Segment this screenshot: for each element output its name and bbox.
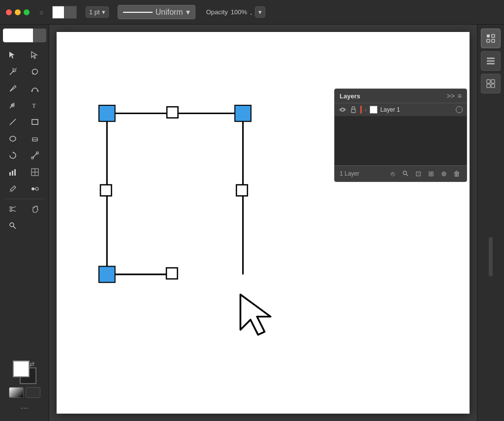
tool-filter-bar[interactable]: [3, 29, 46, 42]
svg-line-5: [16, 68, 17, 69]
svg-rect-43: [235, 105, 251, 121]
svg-text:T: T: [32, 102, 36, 109]
canvas-area[interactable]: Layers >> ≡ › Layer 1: [49, 25, 477, 421]
svg-point-7: [31, 90, 32, 92]
layers-add-btn[interactable]: ⊕: [439, 169, 449, 179]
layer-visibility-icon[interactable]: [339, 106, 346, 114]
pen-tool[interactable]: [3, 81, 23, 96]
svg-rect-46: [100, 185, 112, 196]
color-box-group[interactable]: ⇄: [13, 361, 36, 384]
magic-wand-tool[interactable]: [3, 64, 23, 80]
layers-count: 1 Layer: [340, 170, 359, 177]
svg-rect-61: [491, 80, 495, 83]
curvature-tool[interactable]: [25, 81, 45, 96]
minimize-button[interactable]: [15, 9, 21, 15]
foreground-color-box[interactable]: [13, 361, 30, 377]
line-segment-tool[interactable]: [3, 114, 23, 130]
svg-line-28: [10, 191, 10, 192]
color-mode-btn-2[interactable]: [26, 387, 40, 398]
color-mode-btn-1[interactable]: [9, 387, 24, 398]
eraser-tool[interactable]: [25, 131, 45, 147]
layer-row: › Layer 1: [335, 103, 467, 116]
scale-tool[interactable]: [25, 148, 45, 163]
svg-rect-63: [491, 84, 495, 88]
select-tool[interactable]: [3, 47, 23, 63]
zoom-tool[interactable]: [3, 218, 23, 234]
layer-expand-icon[interactable]: ›: [365, 107, 367, 113]
layer-target-circle[interactable]: [456, 106, 463, 113]
type-tool[interactable]: T: [25, 97, 45, 113]
left-sidebar: T: [0, 25, 49, 421]
close-button[interactable]: [6, 9, 12, 15]
svg-rect-62: [487, 84, 490, 88]
anchor-point-tool[interactable]: [3, 97, 23, 113]
svg-point-15: [10, 136, 16, 141]
layers-move-btn[interactable]: ⊞: [426, 169, 436, 179]
layers-expand-icon[interactable]: >>: [446, 92, 454, 100]
svg-line-13: [10, 119, 16, 125]
svg-point-51: [403, 171, 407, 175]
svg-rect-55: [487, 39, 490, 42]
svg-marker-1: [32, 52, 37, 59]
mesh-tool[interactable]: [25, 164, 45, 180]
svg-rect-22: [9, 172, 11, 176]
layers-search-btn[interactable]: [401, 169, 410, 179]
layers-export-btn[interactable]: ⎋: [388, 169, 398, 179]
svg-line-34: [12, 207, 16, 208]
svg-line-35: [12, 210, 16, 211]
layers-panel-title: Layers: [340, 92, 360, 100]
fill-swatch[interactable]: [52, 6, 65, 19]
svg-marker-18: [13, 151, 14, 153]
svg-line-2: [10, 70, 14, 75]
layers-panel: Layers >> ≡ › Layer 1: [334, 89, 467, 182]
stroke-type-arrow: ▾: [186, 7, 190, 17]
layers-delete-btn[interactable]: 🗑: [452, 169, 462, 179]
opacity-value: 100%: [231, 8, 247, 16]
svg-line-37: [13, 226, 16, 229]
tool-grid: T: [3, 47, 46, 197]
svg-rect-60: [487, 80, 490, 83]
assets-panel-btn[interactable]: [481, 74, 501, 93]
scissors-tool[interactable]: [3, 201, 23, 217]
fullscreen-button[interactable]: [24, 9, 30, 15]
layers-menu-icon[interactable]: ≡: [458, 92, 462, 100]
svg-rect-58: [487, 60, 495, 62]
svg-rect-53: [487, 34, 490, 37]
direct-select-tool[interactable]: [25, 47, 45, 63]
titlebar: ⌂ 1 pt ▾ Uniform ▾ Opacity 100% . ▾: [0, 0, 504, 25]
layer-lock-icon[interactable]: [349, 106, 357, 114]
opacity-dropdown[interactable]: ▾: [255, 6, 265, 18]
hand-tool[interactable]: [25, 201, 45, 217]
stroke-swatch[interactable]: [64, 6, 77, 19]
color-tools: ⇄ ···: [9, 361, 40, 417]
eyedropper-tool[interactable]: [3, 181, 23, 197]
stroke-weight-dropdown[interactable]: 1 pt ▾: [86, 6, 109, 18]
right-scrollbar[interactable]: [489, 237, 493, 276]
traffic-lights: [6, 9, 30, 15]
tool-separator: [5, 199, 44, 199]
layers-footer-buttons: ⎋ ⊡ ⊞ ⊕ 🗑: [388, 169, 462, 179]
rectangle-tool[interactable]: [25, 114, 45, 130]
stroke-type-dropdown[interactable]: Uniform ▾: [118, 5, 195, 19]
layers-content: [335, 116, 467, 165]
ellipse-tool[interactable]: [3, 131, 23, 147]
stroke-weight-arrow: ▾: [102, 8, 105, 16]
home-icon[interactable]: ⌂: [37, 8, 45, 16]
blend-tool[interactable]: [25, 181, 45, 197]
color-swatches[interactable]: [52, 6, 77, 19]
tool-grid-2: [3, 201, 46, 234]
more-tools-button[interactable]: ···: [21, 403, 28, 413]
svg-rect-48: [166, 268, 178, 279]
graph-tool[interactable]: [3, 164, 23, 180]
layer-color-strip: [360, 106, 362, 114]
layers-duplicate-btn[interactable]: ⊡: [413, 169, 423, 179]
svg-point-33: [10, 210, 12, 211]
properties-panel-btn[interactable]: [481, 29, 501, 48]
main-layout: T: [0, 25, 504, 421]
right-panel: [477, 25, 504, 421]
rotate-tool[interactable]: [3, 148, 23, 163]
lasso-tool[interactable]: [25, 64, 45, 80]
swap-colors-icon[interactable]: ⇄: [30, 361, 36, 367]
layers-panel-btn[interactable]: [481, 51, 501, 71]
svg-point-36: [10, 223, 14, 227]
